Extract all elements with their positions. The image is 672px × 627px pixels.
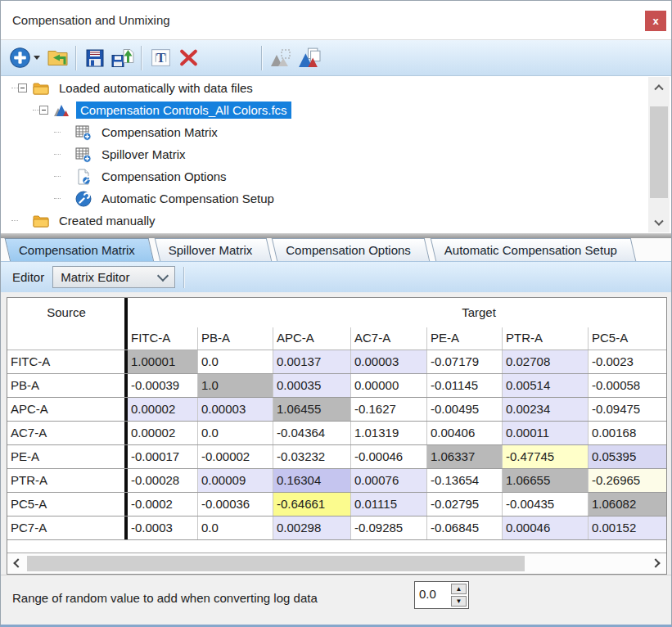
matrix-cell-pe-a-ptr-a[interactable]: -0.47745 (503, 445, 589, 468)
tree-item-label[interactable]: Automatic Compensation Setup (97, 190, 278, 207)
matrix-cell-ptr-a-ptr-a[interactable]: 1.06655 (503, 469, 589, 492)
matrix-cell-apc-a-pc5-a[interactable]: -0.09475 (589, 398, 667, 421)
matrix-cell-ptr-a-pe-a[interactable]: -0.13654 (427, 469, 503, 492)
matrix-cell-pb-a-ac7-a[interactable]: 0.00000 (351, 374, 427, 397)
matrix-cell-fitc-a-apc-a[interactable]: 0.00137 (273, 350, 351, 373)
matrix-cell-pc5-a-pb-a[interactable]: -0.00036 (198, 493, 273, 516)
tree-item-automatic-compensation-setup[interactable]: Automatic Compensation Setup (2, 187, 670, 210)
matrix-cell-pe-a-fitc-a[interactable]: -0.00017 (128, 445, 198, 468)
add-button[interactable] (6, 43, 34, 73)
tree-item-compensation-options[interactable]: Compensation Options (2, 165, 670, 187)
matrix-cell-ac7-a-ptr-a[interactable]: 0.00011 (503, 422, 589, 444)
matrix-cell-pc7-a-pe-a[interactable]: -0.06845 (427, 516, 503, 539)
matrix-cell-pc7-a-ptr-a[interactable]: 0.00046 (503, 516, 589, 539)
matrix-cell-pc7-a-ac7-a[interactable]: -0.09285 (351, 516, 427, 539)
tree-vertical-scrollbar[interactable] (648, 77, 670, 232)
matrix-cell-ptr-a-fitc-a[interactable]: -0.00028 (128, 469, 198, 492)
matrix-cell-pb-a-pe-a[interactable]: -0.01145 (427, 374, 503, 397)
matrix-cell-fitc-a-ac7-a[interactable]: 0.00003 (351, 350, 427, 373)
tree-item-created-manually[interactable]: Created manually (2, 210, 670, 232)
matrix-cell-ac7-a-apc-a[interactable]: -0.04364 (273, 422, 351, 444)
export-button[interactable] (109, 43, 137, 73)
matrix-cell-fitc-a-pb-a[interactable]: 0.0 (198, 350, 273, 373)
matrix-cell-ac7-a-ac7-a[interactable]: 1.01319 (351, 422, 427, 444)
matrix-cell-pc5-a-apc-a[interactable]: -0.64661 (273, 493, 351, 516)
matrix-cell-apc-a-ptr-a[interactable]: 0.00234 (503, 398, 589, 421)
matrix-cell-apc-a-apc-a[interactable]: 1.06455 (273, 398, 351, 421)
editor-dropdown[interactable]: Matrix Editor (52, 266, 175, 288)
tab-automatic-compensation-setup[interactable]: Automatic Compensation Setup (433, 238, 634, 261)
matrix-cell-pc5-a-fitc-a[interactable]: -0.0002 (128, 493, 198, 516)
scroll-right-button[interactable] (647, 553, 665, 573)
histogram-pages-button[interactable] (295, 43, 322, 73)
matrix-cell-apc-a-fitc-a[interactable]: 0.00002 (128, 398, 198, 421)
window-title: Compensation and Unmixing (12, 13, 170, 27)
matrix-cell-pc5-a-ptr-a[interactable]: -0.00435 (503, 493, 589, 516)
matrix-cell-pc7-a-fitc-a[interactable]: -0.0003 (128, 516, 198, 539)
matrix-cell-apc-a-pb-a[interactable]: 0.00003 (198, 398, 273, 421)
tree-item-label[interactable]: Loaded automatically with data files (55, 79, 257, 97)
matrix-cell-apc-a-ac7-a[interactable]: -0.1627 (351, 398, 427, 421)
scroll-up-button[interactable] (648, 77, 670, 96)
matrix-cell-pc7-a-pb-a[interactable]: 0.0 (198, 516, 273, 539)
matrix-cell-ptr-a-apc-a[interactable]: 0.16304 (273, 469, 351, 492)
delete-button[interactable] (174, 43, 202, 73)
matrix-cell-pb-a-pc5-a[interactable]: -0.00058 (589, 374, 667, 397)
save-button[interactable] (81, 43, 109, 73)
matrix-cell-ptr-a-pb-a[interactable]: 0.00009 (198, 469, 273, 492)
tree-item-label[interactable]: Compensation Controls_All Colors.fcs (76, 101, 291, 119)
import-button[interactable] (43, 43, 71, 73)
matrix-cell-pc5-a-ac7-a[interactable]: 0.01115 (351, 493, 427, 516)
tab-compensation-options[interactable]: Compensation Options (274, 238, 427, 261)
tab-compensation-matrix[interactable]: Compensation Matrix (7, 238, 151, 261)
matrix-cell-fitc-a-ptr-a[interactable]: 0.02708 (503, 350, 589, 373)
tab-spillover-matrix[interactable]: Spillover Matrix (157, 238, 269, 261)
rename-button[interactable]: T (147, 43, 174, 73)
matrix-cell-fitc-a-fitc-a[interactable]: 1.00001 (128, 350, 198, 373)
tree-item-compensation-matrix[interactable]: Compensation Matrix (2, 121, 670, 143)
scroll-down-button[interactable] (648, 214, 670, 232)
matrix-cell-pc7-a-apc-a[interactable]: 0.00298 (273, 516, 351, 539)
tree-item-spillover-matrix[interactable]: Spillover Matrix (2, 143, 670, 165)
matrix-cell-pe-a-pe-a[interactable]: 1.06337 (427, 445, 503, 468)
matrix-cell-ac7-a-pb-a[interactable]: 0.0 (198, 422, 273, 444)
matrix-cell-pb-a-fitc-a[interactable]: -0.00039 (128, 374, 198, 397)
matrix-cell-ac7-a-fitc-a[interactable]: 0.00002 (128, 422, 198, 444)
matrix-cell-pe-a-ac7-a[interactable]: -0.00046 (351, 445, 427, 468)
matrix-cell-ac7-a-pe-a[interactable]: 0.00406 (427, 422, 503, 444)
matrix-cell-pc5-a-pc5-a[interactable]: 1.06082 (589, 493, 667, 516)
matrix-cell-fitc-a-pc5-a[interactable]: -0.0023 (589, 350, 667, 373)
matrix-cell-pb-a-apc-a[interactable]: 0.00035 (273, 374, 351, 397)
matrix-cell-pc5-a-pe-a[interactable]: -0.02795 (427, 493, 503, 516)
collapse-expander[interactable] (39, 106, 48, 115)
matrix-cell-pe-a-pc5-a[interactable]: 0.05395 (589, 445, 667, 468)
matrix-cell-ptr-a-pc5-a[interactable]: -0.26965 (589, 469, 667, 492)
horizontal-scrollbar[interactable] (7, 553, 666, 574)
spinner-up-button[interactable]: ▲ (451, 584, 467, 594)
tree-item-loaded-automatically-with-data-files[interactable]: Loaded automatically with data files (2, 77, 670, 99)
close-button[interactable]: x (645, 11, 666, 31)
matrix-cell-pc7-a-pc5-a[interactable]: 0.00152 (589, 516, 667, 539)
random-range-spinner[interactable]: 0.0 ▲ ▼ (414, 581, 469, 609)
matrix-cell-pe-a-pb-a[interactable]: -0.00002 (198, 445, 273, 468)
matrix-cell-fitc-a-pe-a[interactable]: -0.07179 (427, 350, 503, 373)
collapse-expander[interactable] (18, 83, 27, 92)
matrix-cell-pe-a-apc-a[interactable]: -0.03232 (273, 445, 351, 468)
matrix-cell-ptr-a-ac7-a[interactable]: 0.00076 (351, 469, 427, 492)
matrix-cell-apc-a-pe-a[interactable]: -0.00495 (427, 398, 503, 421)
add-dropdown-caret-icon[interactable] (34, 56, 40, 60)
spinner-value[interactable]: 0.0 (415, 582, 449, 608)
horizontal-scroll-thumb[interactable] (27, 556, 525, 571)
tree-item-label[interactable]: Compensation Matrix (97, 124, 222, 141)
tree-item-label[interactable]: Spillover Matrix (97, 146, 190, 163)
tree-item-compensation-controls-all-colors-fcs[interactable]: Compensation Controls_All Colors.fcs (2, 99, 670, 121)
spinner-down-button[interactable]: ▼ (451, 596, 467, 607)
scroll-left-button[interactable] (9, 553, 27, 573)
histogram-preview-button[interactable] (267, 43, 295, 73)
matrix-cell-ac7-a-pc5-a[interactable]: 0.00168 (589, 422, 667, 444)
tree-item-label[interactable]: Created manually (55, 212, 160, 229)
matrix-cell-pb-a-ptr-a[interactable]: 0.00514 (503, 374, 589, 397)
matrix-cell-pb-a-pb-a[interactable]: 1.0 (198, 374, 273, 397)
vertical-scroll-thumb[interactable] (650, 106, 668, 198)
tree-item-label[interactable]: Compensation Options (97, 168, 231, 185)
